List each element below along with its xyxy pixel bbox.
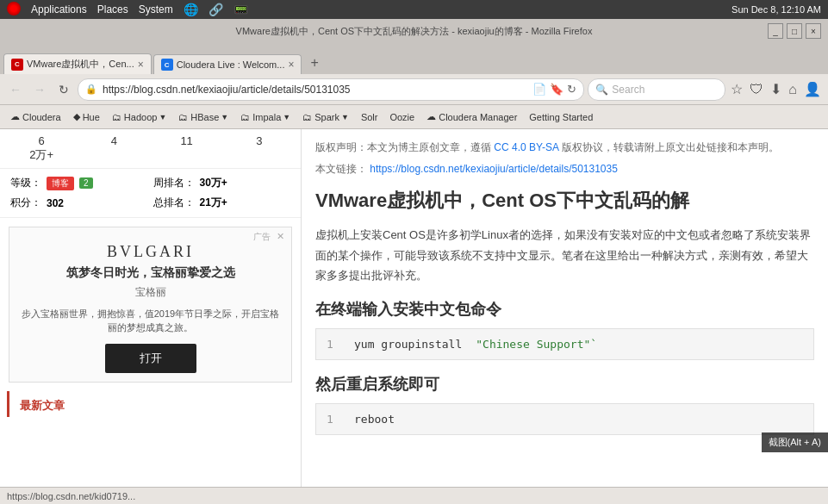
os-topbar-left: Applications Places System 🌐 🔗 📟 bbox=[7, 2, 248, 18]
minimize-button[interactable]: _ bbox=[768, 23, 783, 39]
hue-icon: ◆ bbox=[73, 111, 80, 122]
cloudera-icon: ☁ bbox=[10, 111, 20, 122]
code-block-1: 1 yum groupinstall "Chinese Support"` bbox=[315, 328, 814, 360]
article-title: VMware虚拟机中，Cent OS下中文乱码的解 bbox=[315, 188, 814, 215]
weekly-rank-row: 周排名： 30万+ bbox=[153, 176, 291, 190]
reload-button[interactable]: ↻ bbox=[53, 79, 74, 100]
ad-label: 广告 bbox=[253, 231, 271, 243]
bookmark-cloudera[interactable]: ☁ Cloudera bbox=[5, 109, 66, 124]
level-row: 等级： 博客 2 bbox=[10, 176, 148, 190]
profile-icon[interactable]: 👤 bbox=[802, 79, 823, 99]
bookmark-hue[interactable]: ◆ Hue bbox=[68, 109, 105, 124]
copyright-text2: 版权协议，转载请附上原文出处链接和本声明。 bbox=[562, 141, 779, 153]
stat-2: 4 bbox=[78, 134, 150, 147]
search-icon: 🔍 bbox=[595, 84, 608, 96]
code1-cmd: yum groupinstall bbox=[354, 338, 462, 351]
tab-1-close[interactable]: × bbox=[138, 59, 144, 71]
shield-icon[interactable]: 🛡 bbox=[748, 80, 765, 99]
ad-open-button[interactable]: 打开 bbox=[105, 344, 196, 373]
address-icons: 📄 🔖 ↻ bbox=[532, 83, 576, 96]
copyright-text1: 版权声明：本文为博主原创文章，遵循 bbox=[315, 141, 491, 153]
bookmark-hadoop[interactable]: 🗂 Hadoop ▼ bbox=[107, 110, 171, 124]
code2-linenum: 1 bbox=[327, 413, 340, 426]
home-icon[interactable]: ⌂ bbox=[787, 80, 799, 99]
article-url-row: 本文链接： https://blog.csdn.net/kexiaojiu/ar… bbox=[315, 161, 814, 177]
bookmark-spark-label: Spark bbox=[314, 112, 339, 122]
browser-title-bar: VMware虚拟机中，Cent OS下中文乱码的解决方法 - kexiaojiu… bbox=[0, 19, 828, 43]
ad-close-button[interactable]: ✕ bbox=[277, 231, 284, 242]
rank-label: 周排名： bbox=[153, 176, 195, 190]
terminal-icon: 📟 bbox=[233, 3, 248, 16]
bookmark-cloudera-manager-label: Cloudera Manager bbox=[439, 112, 517, 122]
impala-icon: 🗂 bbox=[240, 112, 250, 122]
bookmark-cloudera-manager[interactable]: ☁ Cloudera Manager bbox=[421, 109, 522, 124]
stat-4: 3 bbox=[223, 134, 296, 147]
system-menu[interactable]: System bbox=[139, 3, 173, 16]
hadoop-icon: 🗂 bbox=[112, 112, 121, 122]
recent-articles-header: 最新文章 bbox=[7, 391, 301, 417]
bookmark-solr[interactable]: Solr bbox=[356, 110, 383, 124]
os-logo-icon bbox=[7, 2, 21, 18]
cloudera-manager-icon: ☁ bbox=[426, 111, 436, 122]
points-value: 302 bbox=[47, 197, 64, 209]
ad-subtitle: 宝格丽 bbox=[18, 285, 283, 300]
refresh-icon[interactable]: ↻ bbox=[567, 83, 576, 96]
bookmark-spark[interactable]: 🗂 Spark ▼ bbox=[297, 110, 354, 124]
sidebar: 6 4 11 3 2万+ 等级： 博客 2 周排名： 30万+ 积分： 302 … bbox=[0, 129, 302, 504]
bookmark-hbase[interactable]: 🗂 HBase ▼ bbox=[173, 110, 233, 124]
main-content: 版权声明：本文为博主原创文章，遵循 CC 4.0 BY-SA 版权协议，转载请附… bbox=[302, 129, 828, 504]
tab-bar: C VMware虚拟机中，Cen... × C Cloudera Live : … bbox=[0, 43, 828, 74]
lock-icon: 🔒 bbox=[85, 84, 97, 95]
bookmarks-bar: ☁ Cloudera ◆ Hue 🗂 Hadoop ▼ 🗂 HBase ▼ 🗂 … bbox=[0, 105, 828, 129]
spark-arrow-icon: ▼ bbox=[341, 113, 349, 121]
places-menu[interactable]: Places bbox=[97, 3, 128, 16]
tab-2[interactable]: C Cloudera Live : Welcom... × bbox=[153, 54, 302, 74]
tab-1[interactable]: C VMware虚拟机中，Cen... × bbox=[3, 53, 152, 74]
tab-2-close[interactable]: × bbox=[288, 59, 294, 71]
license-link[interactable]: CC 4.0 BY-SA bbox=[494, 141, 558, 153]
nav-bar: ← → ↻ 🔒 https://blog.csdn.net/kexiaojiu/… bbox=[0, 74, 828, 105]
ad-description: 步入宝格丽世界，拥抱惊喜，值2019年节日季之际，开启宝格丽的梦想成真之旅。 bbox=[18, 307, 283, 335]
bookmark-getting-started[interactable]: Getting Started bbox=[524, 110, 598, 124]
bookmark-hbase-label: HBase bbox=[190, 112, 219, 122]
bookmark-impala-label: Impala bbox=[252, 112, 281, 122]
applications-menu[interactable]: Applications bbox=[31, 3, 87, 16]
bookmark-impala[interactable]: 🗂 Impala ▼ bbox=[235, 110, 296, 124]
search-bar[interactable]: 🔍 Search bbox=[588, 78, 725, 101]
reader-icon[interactable]: 📄 bbox=[532, 83, 546, 96]
status-url: https://blog.csdn.net/kid0719... bbox=[7, 491, 135, 501]
section2-title: 然后重启系统即可 bbox=[315, 374, 814, 395]
code2-cmd: reboot bbox=[354, 413, 395, 426]
impala-arrow-icon: ▼ bbox=[283, 113, 290, 121]
star-icon[interactable]: ☆ bbox=[729, 79, 744, 99]
tab-1-label: VMware虚拟机中，Cen... bbox=[27, 58, 134, 71]
bookmark-oozie[interactable]: Oozie bbox=[384, 110, 420, 124]
download-icon[interactable]: ⬇ bbox=[769, 79, 783, 99]
network-icon2: 🔗 bbox=[209, 3, 223, 16]
status-bar: https://blog.csdn.net/kid0719... bbox=[0, 487, 828, 504]
level-badge: 博客 bbox=[47, 177, 74, 190]
window-controls: _ □ × bbox=[768, 23, 821, 39]
points-label: 积分： bbox=[10, 196, 41, 210]
hbase-arrow-icon: ▼ bbox=[221, 113, 228, 121]
tab-2-label: Cloudera Live : Welcom... bbox=[177, 59, 285, 70]
bookmark-solr-label: Solr bbox=[361, 112, 378, 122]
spark-icon: 🗂 bbox=[302, 112, 312, 122]
new-tab-button[interactable]: + bbox=[303, 52, 325, 74]
browser-title: VMware虚拟机中，Cent OS下中文乱码的解决方法 - kexiaojiu… bbox=[236, 25, 593, 38]
ad-block: 广告 ✕ BVLGARI 筑梦冬日时光，宝格丽挚爱之选 宝格丽 步入宝格丽世界，… bbox=[9, 227, 292, 383]
maximize-button[interactable]: □ bbox=[787, 23, 802, 39]
code1-string: "Chinese Support"` bbox=[476, 338, 597, 351]
bookmark-star-icon[interactable]: 🔖 bbox=[550, 83, 563, 96]
address-bar[interactable]: 🔒 https://blog.csdn.net/kexiaojiu/articl… bbox=[78, 78, 584, 101]
forward-button[interactable]: → bbox=[29, 79, 50, 100]
screenshot-button[interactable]: 截图(Alt + A) bbox=[762, 432, 828, 452]
back-button[interactable]: ← bbox=[5, 79, 26, 100]
article-url-link[interactable]: https://blog.csdn.net/kexiaojiu/article/… bbox=[370, 163, 618, 175]
copyright-notice: 版权声明：本文为博主原创文章，遵循 CC 4.0 BY-SA 版权协议，转载请附… bbox=[315, 140, 814, 156]
rank-value: 30万+ bbox=[200, 176, 227, 190]
os-topbar: Applications Places System 🌐 🔗 📟 Sun Dec… bbox=[0, 0, 828, 19]
page-container: 6 4 11 3 2万+ 等级： 博客 2 周排名： 30万+ 积分： 302 … bbox=[0, 129, 828, 504]
close-button[interactable]: × bbox=[806, 23, 821, 39]
article-body: 虚拟机上安装Cent OS是许多初学Linux者的选择，如果没有安装对应的中文包… bbox=[315, 225, 814, 285]
